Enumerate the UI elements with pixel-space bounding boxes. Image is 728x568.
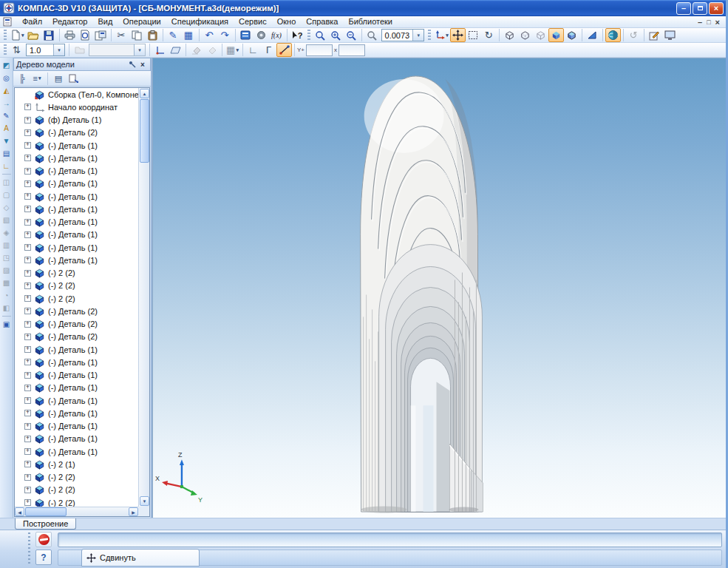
- compact-panel-button[interactable]: ▧: [1, 214, 13, 226]
- tree-item[interactable]: + (-) Деталь (1): [15, 394, 138, 407]
- toolbar-grip[interactable]: [307, 30, 310, 41]
- sketch-mode-button[interactable]: [647, 28, 662, 42]
- dropdown-icon[interactable]: ▾: [38, 75, 41, 81]
- cut-button[interactable]: ✂: [114, 28, 129, 42]
- coord-field-y[interactable]: [306, 44, 333, 56]
- zoom-frame-button[interactable]: [466, 28, 481, 42]
- tree-item[interactable]: + (ф) Деталь (1): [15, 114, 138, 126]
- print-button[interactable]: [62, 28, 78, 42]
- tree-expand-icon[interactable]: +: [24, 397, 31, 404]
- mdi-minimize-button[interactable]: –: [698, 18, 702, 27]
- compact-panel-button[interactable]: A: [1, 122, 13, 135]
- rotate-button[interactable]: ↻: [481, 28, 497, 42]
- tree-expand-icon[interactable]: +: [24, 231, 31, 238]
- compact-panel-button[interactable]: ◩: [1, 59, 13, 72]
- compact-panel-button[interactable]: ▼: [1, 135, 13, 147]
- tree-item[interactable]: + (-) 2 (2): [15, 280, 138, 292]
- pin-icon[interactable]: [127, 59, 137, 70]
- tree-item[interactable]: + (-) 2 (2): [15, 267, 138, 280]
- tree-item[interactable]: + (-) Деталь (2): [15, 126, 138, 139]
- state-dropdown[interactable]: ▾: [134, 44, 145, 55]
- tree-expand-icon[interactable]: +: [24, 436, 31, 442]
- pan-button[interactable]: [450, 28, 466, 42]
- menu-item[interactable]: Справка: [301, 16, 343, 27]
- tree-expand-icon[interactable]: +: [24, 474, 31, 481]
- tree-expand-icon[interactable]: +: [24, 104, 31, 110]
- paste-button[interactable]: [145, 28, 160, 42]
- tree-expand-icon[interactable]: +: [24, 321, 31, 328]
- tree-expand-icon[interactable]: +: [24, 129, 31, 136]
- compact-panel-button[interactable]: ▥: [1, 239, 13, 251]
- tree-expand-icon[interactable]: +: [24, 142, 31, 149]
- menu-item[interactable]: Файл: [17, 16, 47, 27]
- compact-panel-button[interactable]: ◫: [1, 176, 13, 189]
- menu-item[interactable]: Библиотеки: [343, 16, 398, 27]
- open-button[interactable]: [26, 28, 41, 42]
- compact-panel-button[interactable]: ▣: [1, 318, 13, 331]
- redo-button[interactable]: ↷: [217, 28, 233, 42]
- tree-expand-icon[interactable]: +: [24, 180, 31, 187]
- tree-item[interactable]: + (-) Деталь (1): [15, 139, 138, 152]
- tree-expand-icon[interactable]: +: [24, 257, 31, 263]
- state-combo[interactable]: ▾: [89, 44, 146, 56]
- scroll-down-button[interactable]: ▼: [140, 496, 149, 506]
- specification-button[interactable]: ▦: [181, 28, 197, 42]
- step-button[interactable]: ⇅: [9, 43, 24, 57]
- variables-fx-button[interactable]: f(x): [269, 28, 285, 42]
- tree-item[interactable]: + (-) Деталь (1): [15, 203, 138, 215]
- compact-panel-button[interactable]: ∟: [1, 160, 13, 172]
- minimize-button[interactable]: –: [676, 2, 691, 15]
- tree-expand-icon[interactable]: +: [24, 219, 31, 226]
- dropdown-icon[interactable]: ▾: [236, 47, 239, 53]
- tree-item[interactable]: + (-) Деталь (1): [15, 420, 138, 433]
- menu-item[interactable]: Спецификация: [166, 16, 234, 27]
- compact-panel-button[interactable]: ▩: [1, 277, 13, 289]
- zoom-scale-value[interactable]: 0.0073: [382, 31, 413, 40]
- tree-vertical-scrollbar[interactable]: ▲ ▼: [138, 88, 149, 507]
- rebuild-button[interactable]: ↺: [626, 28, 642, 42]
- coord-field-x[interactable]: [339, 44, 365, 56]
- tree-expand-icon[interactable]: +: [24, 487, 31, 493]
- compact-panel-button[interactable]: ◳: [1, 251, 13, 264]
- print-preview-button[interactable]: [78, 28, 93, 42]
- shaded-wireframe-button[interactable]: [564, 28, 579, 42]
- compact-panel-button[interactable]: ◭: [1, 84, 13, 97]
- tree-expand-icon[interactable]: +: [24, 346, 31, 353]
- mdi-restore-button[interactable]: □: [707, 18, 710, 26]
- grid-button[interactable]: ▦▾: [225, 43, 240, 57]
- zoom-area-button[interactable]: [313, 28, 328, 42]
- tree-item[interactable]: + Начало координат: [15, 101, 138, 113]
- properties-button[interactable]: [254, 28, 269, 42]
- eraser-all-button[interactable]: [204, 43, 220, 57]
- tree-item[interactable]: + (-) Деталь (1): [15, 190, 138, 203]
- tree-item[interactable]: + (-) Деталь (1): [15, 152, 138, 164]
- compact-panel-button[interactable]: ◎: [1, 72, 13, 84]
- tree-expand-icon[interactable]: +: [24, 283, 31, 289]
- tree-item[interactable]: + (-) Деталь (1): [15, 369, 138, 382]
- tree-expand-icon[interactable]: +: [24, 499, 31, 506]
- local-cs-button[interactable]: ∟: [245, 43, 261, 57]
- plane-button[interactable]: [168, 43, 183, 57]
- tree-expand-icon[interactable]: +: [24, 410, 31, 416]
- tree-display-mode-button[interactable]: ≡▾: [30, 72, 44, 85]
- scroll-thumb[interactable]: [25, 507, 67, 516]
- tree-expand-icon[interactable]: +: [24, 448, 31, 455]
- copy-button[interactable]: [129, 28, 145, 42]
- tree-item[interactable]: + (-) 2 (2): [15, 484, 138, 496]
- tree-expand-icon[interactable]: +: [24, 155, 31, 161]
- tab-construction[interactable]: Построение: [15, 518, 76, 530]
- orientation-button[interactable]: ▾: [433, 28, 450, 42]
- scroll-right-button[interactable]: ▶: [129, 507, 138, 516]
- tree-expand-icon[interactable]: +: [24, 308, 31, 314]
- step-dropdown[interactable]: ▾: [53, 44, 64, 55]
- compact-panel-button[interactable]: ▨: [1, 264, 13, 277]
- compact-panel-button[interactable]: ▤: [1, 147, 13, 160]
- scroll-thumb[interactable]: [140, 99, 149, 163]
- tree-item[interactable]: + (-) 2 (2): [15, 292, 138, 305]
- state-icon-button[interactable]: [72, 43, 87, 57]
- close-button[interactable]: ×: [709, 2, 724, 15]
- toolbar-grip[interactable]: [4, 44, 7, 56]
- dropdown-icon[interactable]: ▾: [446, 33, 449, 38]
- viewport-windows-button[interactable]: [662, 28, 678, 42]
- variables-window-button[interactable]: [238, 28, 254, 42]
